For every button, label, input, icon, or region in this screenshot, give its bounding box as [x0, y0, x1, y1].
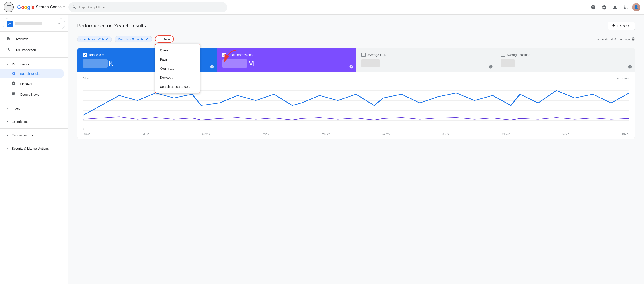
- dropdown-item-country[interactable]: Country…: [155, 64, 200, 73]
- chart-y-label-left: Clicks: [83, 77, 89, 80]
- metric-ctr-header: Average CTR: [362, 53, 490, 57]
- experience-label: Experience: [12, 120, 28, 124]
- sidebar: Overview URL inspection Performance G Se…: [0, 14, 68, 284]
- experience-section[interactable]: Experience: [0, 117, 68, 126]
- property-selector[interactable]: [3, 18, 65, 30]
- divider-4: [0, 115, 68, 115]
- page-layout: Overview URL inspection Performance G Se…: [0, 14, 644, 284]
- avatar[interactable]: 👤: [632, 3, 640, 11]
- google-g-icon: G: [11, 72, 16, 76]
- chevron-right-icon-security: [6, 146, 10, 150]
- main-content: Performance on Search results EXPORT Sea…: [68, 14, 644, 284]
- x-label-0: 6/7/22: [83, 132, 90, 135]
- help-button[interactable]: [589, 3, 598, 12]
- chevron-right-icon-enhancements: [6, 133, 10, 137]
- search-type-label: Search type: Web: [80, 38, 104, 41]
- dropdown-item-page[interactable]: Page…: [155, 55, 200, 64]
- new-label: New: [164, 38, 170, 41]
- sidebar-item-google-news[interactable]: Google News: [0, 89, 64, 100]
- metric-position-header: Average position: [501, 53, 630, 57]
- search-input[interactable]: [79, 6, 224, 9]
- clicks-help-icon[interactable]: [210, 65, 214, 70]
- x-label-3: 7/7/22: [262, 132, 270, 135]
- metric-impressions-header: Total impressions: [222, 53, 351, 57]
- position-help-icon[interactable]: [628, 65, 632, 70]
- page-title: Performance on Search results: [77, 23, 146, 29]
- enhancements-label: Enhancements: [12, 134, 33, 137]
- dropdown-item-query[interactable]: Query…: [155, 46, 200, 55]
- export-label: EXPORT: [618, 24, 631, 28]
- chevron-right-icon-experience: [6, 120, 10, 124]
- x-label-5: 7/27/22: [382, 132, 390, 135]
- notifications-button[interactable]: [610, 3, 620, 12]
- index-label: Index: [12, 106, 20, 110]
- clicks-checkbox[interactable]: [83, 53, 87, 57]
- sidebar-item-discover[interactable]: Discover: [0, 78, 64, 89]
- x-label-6: 8/6/22: [442, 132, 450, 135]
- chevron-down-icon-performance: [6, 62, 10, 66]
- position-value: [501, 59, 630, 67]
- url-inspection-label: URL inspection: [14, 48, 36, 52]
- checkbox-check-impressions: [223, 54, 226, 56]
- search-type-filter[interactable]: Search type: Web: [77, 36, 112, 42]
- metric-avg-ctr: Average CTR: [356, 48, 496, 72]
- index-section[interactable]: Index: [0, 104, 68, 113]
- x-label-9: 9/5/22: [622, 132, 629, 135]
- security-section[interactable]: Security & Manual Actions: [0, 144, 68, 153]
- property-icon: [6, 21, 13, 27]
- divider-6: [0, 142, 68, 142]
- x-label-1: 6/17/22: [142, 132, 150, 135]
- ctr-checkbox[interactable]: [362, 53, 366, 57]
- date-filter[interactable]: Date: Last 3 months: [114, 36, 152, 42]
- performance-section[interactable]: Performance: [0, 60, 68, 69]
- impressions-value-suffix: M: [248, 59, 254, 68]
- apps-button[interactable]: [621, 3, 630, 12]
- x-label-4: 7/17/22: [322, 132, 330, 135]
- ctr-help-icon[interactable]: [489, 65, 493, 70]
- checkbox-check-clicks: [84, 54, 86, 56]
- divider-3: [0, 102, 68, 102]
- export-button[interactable]: EXPORT: [608, 22, 635, 30]
- page-header: Performance on Search results EXPORT: [77, 22, 635, 30]
- news-icon: [11, 92, 16, 97]
- search-icon: [6, 47, 11, 53]
- chevron-down-icon: [57, 22, 61, 26]
- property-name-blurred: [15, 22, 42, 25]
- impressions-checkbox[interactable]: [222, 53, 226, 57]
- ctr-value: [362, 59, 490, 67]
- metric-total-impressions: Total impressions M: [217, 48, 356, 72]
- edit-icon-search-type: [105, 38, 108, 40]
- topbar-actions: 👤: [589, 3, 640, 12]
- ctr-label: Average CTR: [367, 53, 387, 57]
- new-filter-button[interactable]: New: [155, 36, 174, 43]
- home-icon: [6, 36, 11, 42]
- last-updated: Last updated: 3 hours ago: [596, 37, 635, 41]
- dropdown-item-device[interactable]: Device…: [155, 73, 200, 82]
- topbar: Google Search Console 👤: [0, 0, 644, 14]
- url-inspection-bar[interactable]: [68, 2, 227, 12]
- discover-icon: [11, 81, 16, 86]
- google-logo[interactable]: Google Search Console: [17, 4, 65, 10]
- discover-label: Discover: [20, 82, 32, 86]
- dropdown-item-search-appearance[interactable]: Search appearance…: [155, 82, 200, 91]
- sidebar-item-search-results[interactable]: G Search results: [0, 69, 64, 78]
- overview-label: Overview: [14, 37, 28, 41]
- enhancements-section[interactable]: Enhancements: [0, 130, 68, 140]
- impressions-help-icon[interactable]: [349, 65, 353, 70]
- sidebar-item-url-inspection[interactable]: URL inspection: [0, 44, 64, 56]
- x-label-7: 8/16/22: [502, 132, 510, 135]
- date-label: Date: Last 3 months: [118, 38, 144, 41]
- sidebar-item-overview[interactable]: Overview: [0, 33, 64, 44]
- clicks-value-blurred: [83, 60, 108, 68]
- search-results-label: Search results: [20, 72, 40, 76]
- position-checkbox[interactable]: [501, 53, 505, 57]
- help-icon-small[interactable]: [631, 37, 635, 41]
- download-icon: [612, 24, 616, 28]
- impressions-value-blurred: [222, 60, 247, 68]
- settings-button[interactable]: [600, 3, 609, 12]
- last-updated-text: Last updated: 3 hours ago: [596, 38, 630, 41]
- security-label: Security & Manual Actions: [12, 147, 49, 150]
- impressions-value: M: [222, 59, 351, 68]
- clicks-value-suffix: K: [108, 59, 114, 68]
- menu-button[interactable]: [4, 2, 14, 12]
